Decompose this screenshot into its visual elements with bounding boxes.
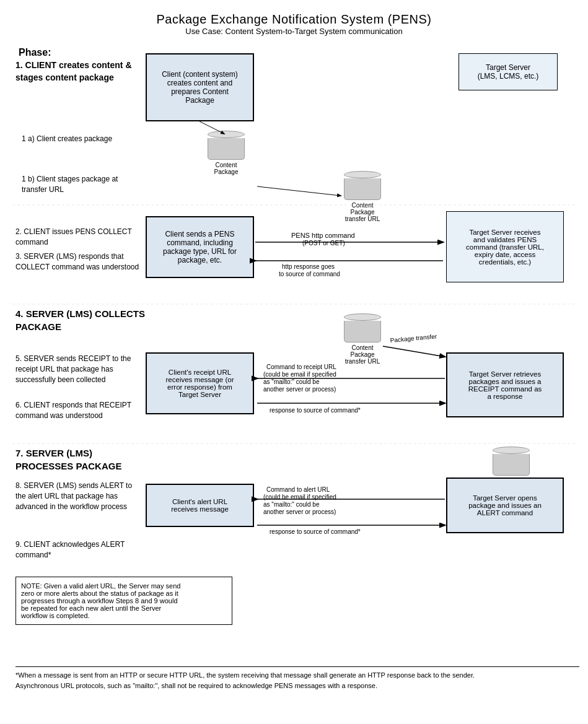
step6-label: 6. CLIENT responds that RECEIPT command … — [15, 400, 139, 421]
cylinder-top2 — [344, 171, 381, 178]
client-alert-box: Client's alert URL receives message — [146, 484, 254, 527]
svg-line-8 — [383, 346, 445, 357]
target-retrieves-box: Target Server retrieves packages and iss… — [446, 352, 564, 417]
step9-label: 9. CLIENT acknowledges ALERT command* — [15, 539, 139, 560]
cylinder-label1: ContentPackage — [204, 162, 248, 175]
client-box: Client (content system) creates content … — [146, 53, 254, 121]
svg-text:Package transfer: Package transfer — [390, 333, 437, 344]
phase4-label: 4. SERVER (LMS) COLLECTS PACKAGE — [15, 307, 146, 333]
note-box: NOTE: Given a valid alert URL, the Serve… — [15, 577, 232, 625]
page: Package Exchange Notification System (PE… — [0, 0, 588, 724]
cylinder-body2 — [344, 178, 381, 200]
step1a-label: 1 a) Client creates package — [22, 134, 139, 144]
svg-text:as "mailto:" could be: as "mailto:" could be — [263, 501, 320, 508]
cylinder-content1: ContentPackage — [204, 131, 248, 175]
client-receipt-box: Client's receipt URL receives message (o… — [146, 352, 254, 414]
svg-text:(could be email if specified: (could be email if specified — [263, 371, 336, 378]
phase-label: Phase: — [19, 47, 51, 58]
svg-text:Command to receipt URL: Command to receipt URL — [266, 364, 336, 370]
svg-text:response to source of command*: response to source of command* — [270, 528, 361, 535]
cylinder-top — [208, 131, 245, 138]
cylinder-body4 — [493, 454, 530, 476]
title-section: Package Exchange Notification System (PE… — [12, 12, 576, 36]
cylinder-top3 — [344, 313, 381, 321]
target-server-box: Target Server (LMS, LCMS, etc.) — [459, 53, 558, 90]
diagram-area: Phase: 1. CLIENT creates content & stage… — [12, 47, 576, 704]
svg-line-1 — [257, 186, 341, 196]
svg-text:(POST or GET): (POST or GET) — [302, 240, 345, 246]
main-title: Package Exchange Notification System (PE… — [12, 12, 576, 27]
cylinder-top4 — [493, 447, 530, 454]
svg-text:PENS http command: PENS http command — [291, 232, 355, 239]
svg-text:http response goes: http response goes — [282, 263, 335, 270]
pens-client-box: Client sends a PENS command, including p… — [146, 216, 254, 278]
step8-label: 8. SERVER (LMS) sends ALERT to the alert… — [15, 481, 139, 512]
cylinder-body — [208, 138, 245, 160]
step1b-label: 1 b) Client stages package at transfer U… — [22, 174, 139, 195]
svg-text:(could be email if specified: (could be email if specified — [263, 494, 336, 500]
step1-label: 1. CLIENT creates content & stages conte… — [15, 59, 139, 84]
target-validates-box: Target Server receives and validates PEN… — [446, 211, 564, 282]
phase7-label: 7. SERVER (LMS) PROCESSES PACKAGE — [15, 447, 146, 473]
target-opens-box: Target Server opens package and issues a… — [446, 478, 564, 533]
svg-text:to source of command: to source of command — [279, 271, 340, 277]
svg-text:another server or process): another server or process) — [263, 386, 336, 393]
svg-text:response to source of command*: response to source of command* — [270, 407, 361, 414]
cylinder-body3 — [344, 321, 381, 342]
cylinder-label2: ContentPackagetransfer URL — [341, 202, 384, 222]
sub-title: Use Case: Content System-to-Target Syste… — [12, 27, 576, 36]
cylinder-collect: ContentPackagetransfer URL — [341, 313, 384, 365]
step5-label: 5. SERVER sends RECEIPT to the receipt U… — [15, 354, 139, 385]
footnote: *When a message is sent from an HTTP or … — [15, 666, 579, 691]
cylinder-transfer: ContentPackagetransfer URL — [341, 171, 384, 222]
svg-text:Command to alert URL: Command to alert URL — [266, 486, 330, 493]
svg-text:another server or process): another server or process) — [263, 508, 336, 515]
step2-label: 2. CLIENT issues PENS COLLECT command — [15, 227, 139, 248]
cylinder-label3: ContentPackagetransfer URL — [341, 344, 384, 365]
svg-text:as "mailto:" could be: as "mailto:" could be — [263, 378, 320, 385]
step3-label: 3. SERVER (LMS) responds that COLLECT co… — [15, 251, 139, 273]
